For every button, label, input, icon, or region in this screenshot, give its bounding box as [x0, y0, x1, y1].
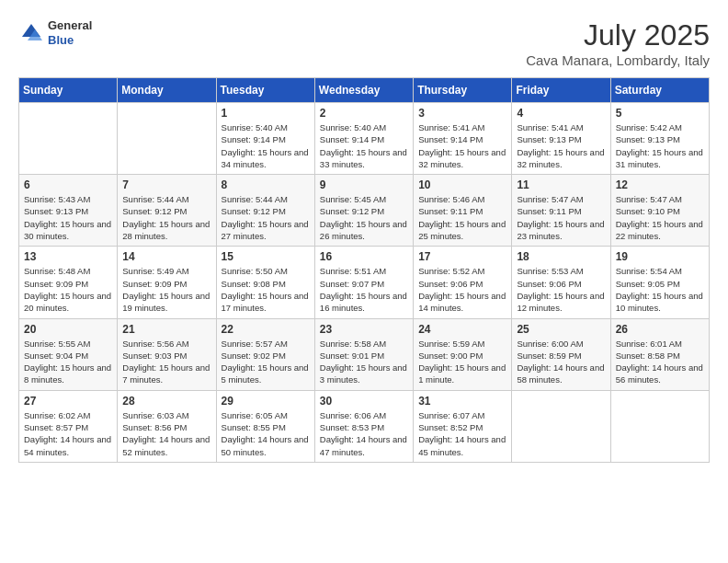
day-number: 30	[320, 395, 408, 408]
day-number: 1	[222, 107, 310, 120]
day-info: Sunrise: 5:44 AMSunset: 9:12 PMDaylight:…	[122, 193, 210, 242]
day-info: Sunrise: 5:58 AMSunset: 9:01 PMDaylight:…	[320, 338, 408, 386]
day-info: Sunrise: 5:51 AMSunset: 9:07 PMDaylight:…	[320, 265, 408, 314]
calendar-day-cell: 26Sunrise: 6:01 AMSunset: 8:58 PMDayligh…	[610, 318, 709, 390]
calendar-day-cell: 24Sunrise: 5:59 AMSunset: 9:00 PMDayligh…	[414, 318, 512, 390]
calendar-day-cell: 4Sunrise: 5:41 AMSunset: 9:13 PMDaylight…	[512, 103, 610, 175]
day-info: Sunrise: 6:02 AMSunset: 8:57 PMDaylight:…	[24, 409, 112, 458]
day-number: 8	[222, 178, 310, 191]
calendar-day-cell	[19, 103, 118, 175]
calendar-day-cell: 18Sunrise: 5:53 AMSunset: 9:06 PMDayligh…	[512, 247, 610, 318]
page-header: General Blue July 2025 Cava Manara, Lomb…	[18, 18, 710, 68]
calendar-day-cell: 5Sunrise: 5:42 AMSunset: 9:13 PMDaylight…	[610, 103, 709, 175]
calendar-day-cell: 17Sunrise: 5:52 AMSunset: 9:06 PMDayligh…	[414, 247, 512, 318]
day-number: 13	[24, 250, 112, 263]
month-year: July 2025	[526, 18, 710, 52]
weekday-header: Thursday	[414, 78, 512, 103]
logo: General Blue	[18, 18, 92, 47]
day-info: Sunrise: 5:54 AMSunset: 9:05 PMDaylight:…	[616, 265, 704, 314]
day-number: 3	[418, 107, 506, 120]
day-info: Sunrise: 5:40 AMSunset: 9:14 PMDaylight:…	[222, 121, 310, 170]
day-number: 22	[222, 323, 310, 336]
calendar-table: SundayMondayTuesdayWednesdayThursdayFrid…	[18, 77, 710, 463]
calendar-day-cell: 12Sunrise: 5:47 AMSunset: 9:10 PMDayligh…	[610, 175, 709, 247]
logo-blue: Blue	[48, 33, 92, 48]
calendar-day-cell: 1Sunrise: 5:40 AMSunset: 9:14 PMDaylight…	[216, 103, 314, 175]
day-number: 17	[418, 250, 506, 263]
day-info: Sunrise: 6:00 AMSunset: 8:59 PMDaylight:…	[517, 338, 605, 386]
calendar-day-cell: 20Sunrise: 5:55 AMSunset: 9:04 PMDayligh…	[19, 318, 118, 390]
calendar-day-cell: 23Sunrise: 5:58 AMSunset: 9:01 PMDayligh…	[314, 318, 413, 390]
day-number: 9	[320, 178, 408, 191]
day-info: Sunrise: 6:07 AMSunset: 8:52 PMDaylight:…	[418, 409, 506, 458]
calendar-day-cell: 28Sunrise: 6:03 AMSunset: 8:56 PMDayligh…	[118, 390, 216, 462]
calendar-day-cell: 31Sunrise: 6:07 AMSunset: 8:52 PMDayligh…	[414, 390, 512, 462]
day-info: Sunrise: 5:52 AMSunset: 9:06 PMDaylight:…	[418, 265, 506, 314]
day-number: 24	[418, 323, 506, 336]
day-info: Sunrise: 6:03 AMSunset: 8:56 PMDaylight:…	[122, 409, 210, 458]
day-number: 19	[616, 250, 704, 263]
day-info: Sunrise: 5:57 AMSunset: 9:02 PMDaylight:…	[222, 338, 310, 386]
calendar-day-cell	[512, 390, 610, 462]
calendar-week-row: 6Sunrise: 5:43 AMSunset: 9:13 PMDaylight…	[19, 175, 710, 247]
calendar-week-row: 20Sunrise: 5:55 AMSunset: 9:04 PMDayligh…	[19, 318, 710, 390]
calendar-week-row: 13Sunrise: 5:48 AMSunset: 9:09 PMDayligh…	[19, 247, 710, 318]
day-info: Sunrise: 6:05 AMSunset: 8:55 PMDaylight:…	[222, 409, 310, 458]
day-number: 26	[616, 323, 704, 336]
calendar-day-cell	[118, 103, 216, 175]
day-number: 10	[418, 178, 506, 191]
calendar-day-cell	[610, 390, 709, 462]
day-number: 25	[517, 323, 605, 336]
logo-icon	[18, 20, 44, 46]
day-number: 20	[24, 323, 112, 336]
day-info: Sunrise: 5:59 AMSunset: 9:00 PMDaylight:…	[418, 338, 506, 386]
calendar-day-cell: 10Sunrise: 5:46 AMSunset: 9:11 PMDayligh…	[414, 175, 512, 247]
logo-general: General	[48, 18, 92, 33]
calendar-day-cell: 22Sunrise: 5:57 AMSunset: 9:02 PMDayligh…	[216, 318, 314, 390]
day-number: 2	[320, 107, 408, 120]
calendar-day-cell: 8Sunrise: 5:44 AMSunset: 9:12 PMDaylight…	[216, 175, 314, 247]
calendar-day-cell: 3Sunrise: 5:41 AMSunset: 9:14 PMDaylight…	[414, 103, 512, 175]
day-info: Sunrise: 5:42 AMSunset: 9:13 PMDaylight:…	[616, 121, 704, 170]
calendar-day-cell: 15Sunrise: 5:50 AMSunset: 9:08 PMDayligh…	[216, 247, 314, 318]
day-info: Sunrise: 5:47 AMSunset: 9:11 PMDaylight:…	[517, 193, 605, 242]
title-block: July 2025 Cava Manara, Lombardy, Italy	[526, 18, 710, 68]
calendar-day-cell: 6Sunrise: 5:43 AMSunset: 9:13 PMDaylight…	[19, 175, 118, 247]
day-info: Sunrise: 6:06 AMSunset: 8:53 PMDaylight:…	[320, 409, 408, 458]
day-number: 29	[222, 395, 310, 408]
weekday-header: Friday	[512, 78, 610, 103]
calendar-week-row: 27Sunrise: 6:02 AMSunset: 8:57 PMDayligh…	[19, 390, 710, 462]
day-info: Sunrise: 5:45 AMSunset: 9:12 PMDaylight:…	[320, 193, 408, 242]
day-number: 11	[517, 178, 605, 191]
calendar-day-cell: 16Sunrise: 5:51 AMSunset: 9:07 PMDayligh…	[314, 247, 413, 318]
weekday-header: Monday	[118, 78, 216, 103]
day-number: 31	[418, 395, 506, 408]
calendar-day-cell: 30Sunrise: 6:06 AMSunset: 8:53 PMDayligh…	[314, 390, 413, 462]
day-info: Sunrise: 5:40 AMSunset: 9:14 PMDaylight:…	[320, 121, 408, 170]
day-info: Sunrise: 5:50 AMSunset: 9:08 PMDaylight:…	[222, 265, 310, 314]
day-number: 14	[122, 250, 210, 263]
calendar-day-cell: 2Sunrise: 5:40 AMSunset: 9:14 PMDaylight…	[314, 103, 413, 175]
day-info: Sunrise: 5:41 AMSunset: 9:14 PMDaylight:…	[418, 121, 506, 170]
calendar-day-cell: 19Sunrise: 5:54 AMSunset: 9:05 PMDayligh…	[610, 247, 709, 318]
day-number: 16	[320, 250, 408, 263]
calendar-day-cell: 11Sunrise: 5:47 AMSunset: 9:11 PMDayligh…	[512, 175, 610, 247]
day-number: 21	[122, 323, 210, 336]
calendar-day-cell: 21Sunrise: 5:56 AMSunset: 9:03 PMDayligh…	[118, 318, 216, 390]
day-number: 18	[517, 250, 605, 263]
calendar-day-cell: 29Sunrise: 6:05 AMSunset: 8:55 PMDayligh…	[216, 390, 314, 462]
day-info: Sunrise: 5:56 AMSunset: 9:03 PMDaylight:…	[122, 338, 210, 386]
day-number: 28	[122, 395, 210, 408]
calendar-day-cell: 27Sunrise: 6:02 AMSunset: 8:57 PMDayligh…	[19, 390, 118, 462]
day-info: Sunrise: 5:46 AMSunset: 9:11 PMDaylight:…	[418, 193, 506, 242]
calendar-day-cell: 7Sunrise: 5:44 AMSunset: 9:12 PMDaylight…	[118, 175, 216, 247]
day-number: 27	[24, 395, 112, 408]
day-number: 6	[24, 178, 112, 191]
weekday-header: Wednesday	[314, 78, 413, 103]
weekday-header: Tuesday	[216, 78, 314, 103]
day-number: 15	[222, 250, 310, 263]
calendar-day-cell: 14Sunrise: 5:49 AMSunset: 9:09 PMDayligh…	[118, 247, 216, 318]
day-info: Sunrise: 5:47 AMSunset: 9:10 PMDaylight:…	[616, 193, 704, 242]
day-info: Sunrise: 5:53 AMSunset: 9:06 PMDaylight:…	[517, 265, 605, 314]
logo-text: General Blue	[48, 18, 92, 47]
